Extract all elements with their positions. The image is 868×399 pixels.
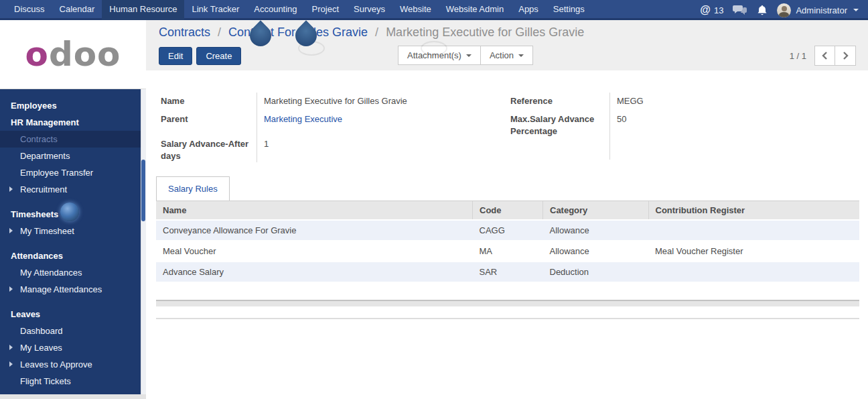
table-column-header[interactable]: Code xyxy=(473,201,543,221)
table-column-header[interactable]: Category xyxy=(543,201,649,221)
field-value[interactable]: MEGG xyxy=(609,93,859,111)
table-row[interactable]: Meal VoucherMAAllowanceMeal Voucher Regi… xyxy=(156,241,859,262)
sidebar-scrollbar-thumb[interactable] xyxy=(141,160,145,221)
expand-arrow-icon xyxy=(9,361,13,367)
user-menu[interactable]: Administrator xyxy=(777,3,859,17)
tab-salary-rules[interactable]: Salary Rules xyxy=(156,176,230,201)
nav-item-discuss[interactable]: Discuss xyxy=(7,0,52,20)
edit-button[interactable]: Edit xyxy=(159,47,192,65)
field-value[interactable]: 50 xyxy=(609,111,859,160)
expand-arrow-icon xyxy=(9,345,13,350)
sidebar-item-my-timesheet[interactable]: My Timesheet xyxy=(0,223,146,239)
mention-count: 13 xyxy=(714,5,723,15)
table-cell: Advance Salary xyxy=(156,262,473,282)
table-row[interactable]: Advance SalarySARDeduction xyxy=(156,262,859,282)
sidebar-item-employee-transfer[interactable]: Employee Transfer xyxy=(0,164,146,181)
table-cell: Conveyance Allowance For Gravie xyxy=(156,220,473,241)
table-cell: CAGG xyxy=(473,220,543,241)
form-field-row: ParentMarketing Executive xyxy=(161,111,510,135)
sidebar-item-my-attendances[interactable]: My Attendances xyxy=(0,264,146,281)
mention-counter[interactable]: @ 13 xyxy=(700,4,723,16)
breadcrumb-link[interactable]: Contracts xyxy=(159,25,210,39)
sidebar-label: Contracts xyxy=(20,134,58,144)
nav-item-accounting[interactable]: Accounting xyxy=(246,0,304,20)
salary-rules-table: NameCodeCategoryContribution Register Co… xyxy=(156,201,859,282)
nav-item-surveys[interactable]: Surveys xyxy=(346,0,392,20)
horizontal-scrollbar[interactable] xyxy=(156,300,859,306)
nav-item-human-resource[interactable]: Human Resource xyxy=(102,0,184,20)
sidebar-item-manage-attendances[interactable]: Manage Attendances xyxy=(0,281,146,298)
sidebar-section-leaves[interactable]: Leaves xyxy=(0,306,146,323)
table-column-header[interactable]: Name xyxy=(156,201,473,221)
form-sheet: NameMarketing Executive for Gilles Gravi… xyxy=(146,70,868,319)
table-cell xyxy=(648,262,859,282)
chevron-down-icon xyxy=(853,9,859,11)
sidebar-item-leaves-to-approve[interactable]: Leaves to Approve xyxy=(0,356,146,373)
sidebar: odoo EmployeesHR ManagementContractsDepa… xyxy=(0,20,146,394)
nav-item-website[interactable]: Website xyxy=(392,0,439,20)
sidebar-label: Employee Transfer xyxy=(20,168,93,178)
messages-icon[interactable] xyxy=(733,5,747,15)
table-cell: Meal Voucher xyxy=(156,241,473,262)
odoo-logo: odoo xyxy=(25,38,121,71)
sidebar-item-my-leaves[interactable]: My Leaves xyxy=(0,339,146,356)
sidebar-label: My Leaves xyxy=(20,343,62,353)
cursor-sphere-marker xyxy=(60,203,79,221)
sidebar-label: Leaves xyxy=(11,309,40,319)
user-avatar xyxy=(777,3,791,17)
sidebar-label: Recruitment xyxy=(20,184,67,194)
sidebar-label: HR Management xyxy=(11,117,79,127)
top-navbar: DiscussCalendarHuman ResourceLink Tracke… xyxy=(0,0,868,20)
nav-item-link-tracker[interactable]: Link Tracker xyxy=(184,0,246,20)
breadcrumb-current: Marketing Executive for Gilles Gravie xyxy=(386,25,584,39)
sidebar-label: Manage Attendances xyxy=(20,284,102,294)
sidebar-section-hr-management[interactable]: HR Management xyxy=(0,114,146,131)
breadcrumb-separator: / xyxy=(368,25,386,39)
table-column-header[interactable]: Contribution Register xyxy=(648,201,859,221)
field-label: Name xyxy=(161,93,257,111)
sidebar-item-departments[interactable]: Departments xyxy=(0,148,146,164)
pager: 1 / 1 xyxy=(790,46,856,66)
field-label: Salary Advance-After days xyxy=(161,135,257,162)
field-value[interactable]: 1 xyxy=(257,135,510,162)
nav-item-website-admin[interactable]: Website Admin xyxy=(439,0,511,20)
sidebar-label: Departments xyxy=(20,151,70,161)
expand-arrow-icon xyxy=(9,186,13,192)
sidebar-bottom-strip xyxy=(0,394,146,399)
field-value[interactable]: Marketing Executive xyxy=(257,111,510,135)
caret-down-icon xyxy=(518,54,524,57)
field-value[interactable]: Marketing Executive for Gilles Gravie xyxy=(257,93,510,111)
logo-first-letter: o xyxy=(25,35,49,74)
pager-buttons xyxy=(814,46,856,66)
user-name: Administrator xyxy=(796,5,847,15)
sidebar-label: Flight Tickets xyxy=(20,376,71,386)
sidebar-section-attendances[interactable]: Attendances xyxy=(0,247,146,264)
main-content: Contracts / Contract For Gilles Gravie /… xyxy=(146,20,868,399)
sidebar-item-contracts[interactable]: Contracts xyxy=(0,131,146,148)
table-row[interactable]: Conveyance Allowance For GravieCAGGAllow… xyxy=(156,220,859,241)
action-dropdown[interactable]: Action xyxy=(481,46,533,65)
sidebar-item-flight-tickets[interactable]: Flight Tickets xyxy=(0,373,146,390)
sidebar-section-employees[interactable]: Employees xyxy=(0,97,146,114)
sidebar-menu: EmployeesHR ManagementContractsDepartmen… xyxy=(0,89,146,390)
field-link[interactable]: Marketing Executive xyxy=(264,114,342,124)
chevron-left-icon xyxy=(822,52,828,60)
nav-item-apps[interactable]: Apps xyxy=(511,0,546,20)
create-button[interactable]: Create xyxy=(196,47,241,65)
pager-next-button[interactable] xyxy=(835,46,856,66)
notifications-bell-icon[interactable] xyxy=(757,5,768,16)
sidebar-label: Attendances xyxy=(11,251,63,261)
touch-ripple-2 xyxy=(421,41,447,56)
nav-item-settings[interactable]: Settings xyxy=(546,0,592,20)
table-body: Conveyance Allowance For GravieCAGGAllow… xyxy=(156,220,859,282)
nav-item-project[interactable]: Project xyxy=(305,0,346,20)
field-label: Max.Salary Advance Percentage xyxy=(510,111,609,160)
nav-item-calendar[interactable]: Calendar xyxy=(52,0,102,20)
sidebar-scrollbar-track[interactable] xyxy=(141,89,146,394)
pager-count: 1 / 1 xyxy=(790,51,806,61)
sidebar-item-dashboard[interactable]: Dashboard xyxy=(0,323,146,339)
actions-button-group: Attachment(s) Action xyxy=(398,46,533,65)
pager-previous-button[interactable] xyxy=(814,46,835,66)
sidebar-item-recruitment[interactable]: Recruitment xyxy=(0,181,146,198)
form-field-row: NameMarketing Executive for Gilles Gravi… xyxy=(161,93,510,111)
